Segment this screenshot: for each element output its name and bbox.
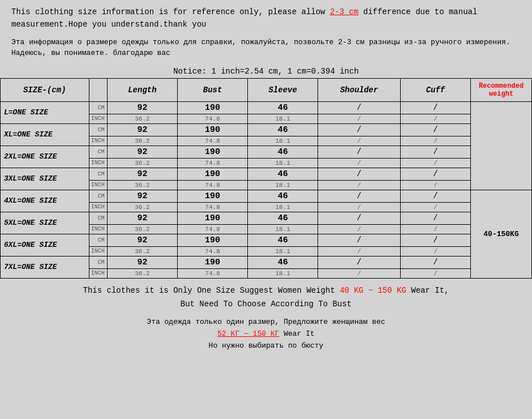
bottom-notice-text1: This clothes it is Only One Size Suggest… xyxy=(83,286,340,295)
unit-inch: INCH xyxy=(89,180,107,190)
inch-bust: 74.8 xyxy=(177,180,247,190)
header-shoulder: Shoulder xyxy=(318,78,401,101)
inch-sleeve: 18.1 xyxy=(248,202,318,212)
bottom-notice-text2: Wear It, xyxy=(406,286,449,295)
cm-shoulder: / xyxy=(318,256,401,268)
cm-bust: 190 xyxy=(177,212,247,224)
unit-inch: INCH xyxy=(89,202,107,212)
cm-sleeve: 46 xyxy=(248,101,318,114)
cm-sleeve: 46 xyxy=(248,212,318,224)
size-label: 2XL=ONE SIZE xyxy=(1,146,89,168)
table-row: 3XL=ONE SIZECM9219046// xyxy=(1,168,532,180)
cm-cuff: / xyxy=(400,212,470,224)
cm-shoulder: / xyxy=(318,190,401,202)
unit-inch: INCH xyxy=(89,114,107,123)
bottom-russian-text1: Эта одежда только один размер, Предложит… xyxy=(147,318,385,326)
cm-sleeve: 46 xyxy=(248,168,318,180)
russian-notice: Эта информация о размере одежды только д… xyxy=(0,35,532,65)
table-row: 5XL=ONE SIZECM9219046// xyxy=(1,212,532,224)
cm-length: 92 xyxy=(107,234,177,246)
cm-bust: 190 xyxy=(177,123,247,136)
table-row: 2XL=ONE SIZECM9219046// xyxy=(1,146,532,158)
size-label: 6XL=ONE SIZE xyxy=(1,234,89,256)
inch-shoulder: / xyxy=(318,246,401,256)
cm-length: 92 xyxy=(107,146,177,158)
cm-sleeve: 46 xyxy=(248,234,318,246)
table-row: 6XL=ONE SIZECM9219046// xyxy=(1,234,532,246)
header-sleeve: Sleeve xyxy=(248,78,318,101)
unit-inch: INCH xyxy=(89,158,107,168)
cm-shoulder: / xyxy=(318,123,401,136)
inch-sleeve: 18.1 xyxy=(248,180,318,190)
cm-sleeve: 46 xyxy=(248,256,318,268)
inch-shoulder: / xyxy=(318,224,401,234)
size-table: SIZE-(cm) Length Bust Sleeve Shoulder Cu… xyxy=(0,78,532,279)
unit-cm: CM xyxy=(89,234,107,246)
inch-bust: 74.8 xyxy=(177,224,247,234)
size-label: XL=ONE SIZE xyxy=(1,123,89,146)
inch-bust: 74.8 xyxy=(177,246,247,256)
inch-bust: 74.8 xyxy=(177,158,247,168)
bottom-russian-red-text: 52 КГ ~ 150 КГ xyxy=(217,330,279,338)
inch-cuff: / xyxy=(400,224,470,234)
top-notice-text1: This clothing size information is for re… xyxy=(11,7,330,16)
cm-shoulder: / xyxy=(318,212,401,224)
cm-length: 92 xyxy=(107,101,177,114)
inch-cuff: / xyxy=(400,114,470,123)
cm-cuff: / xyxy=(400,256,470,268)
cm-sleeve: 46 xyxy=(248,190,318,202)
header-cuff: Cuff xyxy=(400,78,470,101)
cm-cuff: / xyxy=(400,190,470,202)
size-label: 7XL=ONE SIZE xyxy=(1,256,89,278)
cm-bust: 190 xyxy=(177,168,247,180)
cm-sleeve: 46 xyxy=(248,123,318,136)
unit-inch: INCH xyxy=(89,246,107,256)
inch-shoulder: / xyxy=(318,136,401,146)
inch-sleeve: 18.1 xyxy=(248,246,318,256)
header-size: SIZE-(cm) xyxy=(1,78,89,101)
cm-length: 92 xyxy=(107,190,177,202)
cm-shoulder: / xyxy=(318,234,401,246)
table-row: 4XL=ONE SIZECM9219046//40-150KG xyxy=(1,190,532,202)
inch-length: 36.2 xyxy=(107,268,177,278)
cm-cuff: / xyxy=(400,168,470,180)
table-header-row: SIZE-(cm) Length Bust Sleeve Shoulder Cu… xyxy=(1,78,532,101)
inch-sleeve: 18.1 xyxy=(248,158,318,168)
inch-length: 36.2 xyxy=(107,158,177,168)
inch-length: 36.2 xyxy=(107,202,177,212)
inch-sleeve: 18.1 xyxy=(248,136,318,146)
rec-weight-value: 40-150KG xyxy=(471,190,532,278)
unit-inch: INCH xyxy=(89,224,107,234)
table-row: 7XL=ONE SIZECM9219046// xyxy=(1,256,532,268)
top-notice-red-link: 2-3 cm xyxy=(330,7,358,16)
unit-cm: CM xyxy=(89,212,107,224)
inch-length: 36.2 xyxy=(107,246,177,256)
cm-length: 92 xyxy=(107,168,177,180)
inch-shoulder: / xyxy=(318,158,401,168)
size-label: 3XL=ONE SIZE xyxy=(1,168,89,190)
inch-length: 36.2 xyxy=(107,114,177,123)
cm-bust: 190 xyxy=(177,190,247,202)
bottom-russian: Эта одежда только один размер, Предложит… xyxy=(0,314,532,357)
header-bust: Bust xyxy=(177,78,247,101)
inch-cuff: / xyxy=(400,136,470,146)
unit-cm: CM xyxy=(89,101,107,114)
header-unit xyxy=(89,78,107,101)
cm-cuff: / xyxy=(400,146,470,158)
unit-cm: CM xyxy=(89,190,107,202)
cm-cuff: / xyxy=(400,123,470,136)
cm-shoulder: / xyxy=(318,168,401,180)
cm-bust: 190 xyxy=(177,234,247,246)
size-label: 4XL=ONE SIZE xyxy=(1,190,89,212)
bottom-notice-text3: But Need To Choose According To Bust xyxy=(181,300,351,309)
inch-sleeve: 18.1 xyxy=(248,224,318,234)
inch-sleeve: 18.1 xyxy=(248,268,318,278)
inch-shoulder: / xyxy=(318,114,401,123)
header-rec-weight: Recommended weight xyxy=(471,78,532,101)
table-row: L=ONE SIZECM9219046// xyxy=(1,101,532,114)
bottom-russian-text2: Wear It xyxy=(279,330,314,338)
inch-length: 36.2 xyxy=(107,136,177,146)
bottom-notice: This clothes it is Only One Size Suggest… xyxy=(0,279,532,315)
cm-shoulder: / xyxy=(318,146,401,158)
cm-bust: 190 xyxy=(177,146,247,158)
